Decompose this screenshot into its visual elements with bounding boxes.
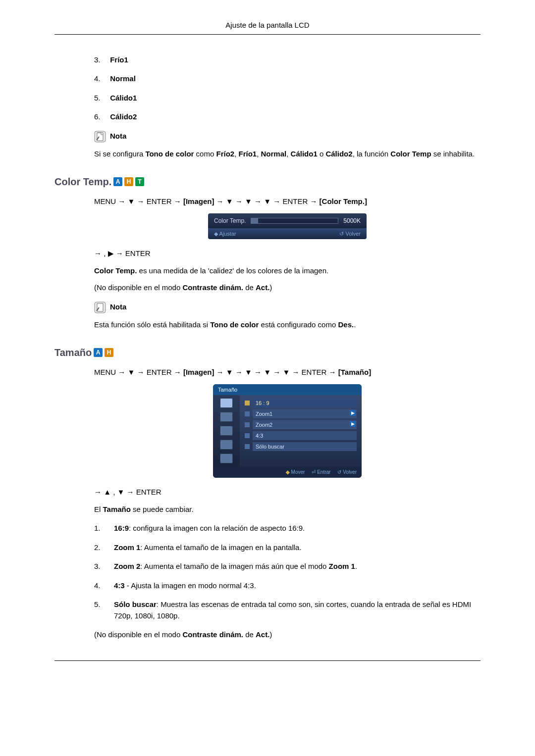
text-bold: Cálido1 xyxy=(291,150,318,158)
text-bold: Color Temp xyxy=(390,150,431,158)
bullet-icon xyxy=(245,422,250,427)
list-label: Frío1 xyxy=(110,55,128,64)
list-item: 4. Normal xyxy=(94,73,481,85)
osd-side-icon xyxy=(220,412,233,422)
text-bold: Zoom 2 xyxy=(114,562,140,570)
path-enter: ENTER xyxy=(136,488,161,496)
osd-body: 16 : 9 Zoom1▶ Zoom2▶ 4:3 xyxy=(213,395,362,466)
osd-title: Tamaño xyxy=(213,384,362,396)
bullet-icon xyxy=(245,433,250,438)
text-bold: Sólo buscar xyxy=(114,600,157,608)
path-colortemp: [Color Temp.] xyxy=(320,197,367,205)
path-tamano: [Tamaño] xyxy=(338,368,371,376)
list-body: 16:9: configura la imagen con la relació… xyxy=(114,523,481,534)
paragraph: (No disponible en el modo Contraste diná… xyxy=(94,629,481,641)
text: , xyxy=(286,150,290,158)
list-item: 3. Zoom 2: Aumenta el tamaño de la image… xyxy=(94,561,481,572)
badge-a-icon: A xyxy=(94,348,103,357)
list-item: 3. Frío1 xyxy=(94,54,481,66)
osd-option-label: Sólo buscar xyxy=(253,442,357,452)
text: - Ajusta la imagen en modo normal 4:3. xyxy=(125,581,256,590)
text: Entrar xyxy=(317,469,330,475)
chevron-down-icon: ▼ xyxy=(264,197,271,205)
note-row: Nota xyxy=(94,302,481,313)
chevron-down-icon: ▼ xyxy=(226,197,233,205)
list-label: Cálido1 xyxy=(110,94,137,102)
osd-tamano-wrapper: Tamaño 16 : 9 xyxy=(94,384,481,478)
osd-option-label: Zoom2▶ xyxy=(253,420,357,430)
bullet-icon xyxy=(245,401,250,405)
osd-footer: ◆ Mover ⏎ Entrar ↺ Volver xyxy=(213,466,362,478)
arrow-right-icon: → xyxy=(174,368,181,376)
osd-options: 16 : 9 Zoom1▶ Zoom2▶ 4:3 xyxy=(240,395,362,466)
osd-slider xyxy=(251,218,338,224)
text-bold: Normal xyxy=(261,150,287,158)
arrow-right-icon: → xyxy=(235,197,243,205)
osd-option-label: 4:3 xyxy=(253,431,357,441)
page-footer-rule xyxy=(54,660,481,661)
chevron-down-icon: ▼ xyxy=(226,368,233,376)
text: : Aumenta el tamaño de la imagen en la p… xyxy=(140,543,301,552)
text-bold: Color Temp. xyxy=(94,266,137,275)
osd-option: Zoom1▶ xyxy=(245,410,357,418)
osd-slider-fill xyxy=(251,218,258,223)
text: . xyxy=(354,320,356,329)
note-label: Nota xyxy=(110,302,126,313)
path-imagen: [Imagen] xyxy=(183,197,214,205)
section-body-color-temp: MENU → ▼ → ENTER → [Imagen] → ▼ → ▼ → ▼ … xyxy=(94,196,481,330)
osd-color-temp: Color Temp. 5000K ◆ Ajustar ↺ Volver xyxy=(208,213,367,240)
text: : Aumenta el tamaño de la imagen más aún… xyxy=(140,562,328,570)
list-number: 3. xyxy=(94,54,108,66)
text: . xyxy=(355,562,357,570)
menu-path: MENU → ▼ → ENTER → [Imagen] → ▼ → ▼ → ▼ … xyxy=(94,367,481,378)
bullet-icon xyxy=(245,411,250,416)
osd-tamano: Tamaño 16 : 9 xyxy=(213,384,362,478)
arrow-right-icon: → xyxy=(273,368,280,376)
osd-ajustar: ◆ Ajustar xyxy=(214,230,236,238)
arrow-right-icon: → xyxy=(118,197,125,205)
path-enter: ENTER xyxy=(147,368,172,376)
osd-color-temp-wrapper: Color Temp. 5000K ◆ Ajustar ↺ Volver xyxy=(94,213,481,240)
path-menu: MENU xyxy=(94,368,116,376)
text: , xyxy=(113,488,117,496)
list-body: Sólo buscar: Muestra las escenas de entr… xyxy=(114,599,481,621)
osd-option-label: 16 : 9 xyxy=(253,399,357,408)
text: : Muestra las escenas de entrada tal com… xyxy=(114,600,471,620)
list-item: 2. Zoom 1: Aumenta el tamaño de la image… xyxy=(94,542,481,554)
text: ) xyxy=(269,283,272,292)
osd-volver: ↺ Volver xyxy=(337,468,357,476)
path-enter: ENTER xyxy=(125,249,151,257)
text: es una medida de la 'calidez' de los col… xyxy=(137,266,328,275)
text: de xyxy=(243,630,256,639)
text-bold: Cálido2 xyxy=(325,150,352,158)
menu-path-2: → , ▶ → ENTER xyxy=(94,248,481,259)
text: → , xyxy=(94,249,108,257)
text: Volver xyxy=(343,469,357,475)
osd-side-icon xyxy=(220,440,233,450)
text: se puede cambiar. xyxy=(131,505,194,513)
tone-list-block: 3. Frío1 4. Normal 5. Cálido1 6. Cálido2… xyxy=(94,54,481,160)
bullet-icon xyxy=(245,444,250,449)
badge-t-icon: T xyxy=(135,177,144,186)
osd-side-icon xyxy=(220,426,233,436)
chevron-up-icon: ▲ xyxy=(104,488,111,496)
chevron-right-icon: ▶ xyxy=(350,421,356,427)
paragraph: El Tamaño se puede cambiar. xyxy=(94,504,481,515)
text: está configurado como xyxy=(259,320,338,329)
chevron-down-icon: ▼ xyxy=(117,488,125,496)
osd-sidebar xyxy=(213,395,240,466)
osd-footer: ◆ Ajustar ↺ Volver xyxy=(208,228,367,240)
osd-entrar: ⏎ Entrar xyxy=(312,468,330,476)
list-number: 6. xyxy=(94,111,108,123)
heading-text: Color Temp. xyxy=(54,174,111,189)
note-icon xyxy=(94,302,106,313)
arrow-right-icon: → xyxy=(216,197,224,205)
chevron-down-icon: ▼ xyxy=(245,197,252,205)
text: de xyxy=(243,283,256,292)
badge-a-icon: A xyxy=(113,177,122,186)
list-item: 5. Cálido1 xyxy=(94,93,481,104)
list-item: 6. Cálido2 xyxy=(94,111,481,123)
text-bold: Tono de color xyxy=(145,150,194,158)
text: (No disponible en el modo xyxy=(94,283,182,292)
path-menu: MENU xyxy=(94,197,116,205)
